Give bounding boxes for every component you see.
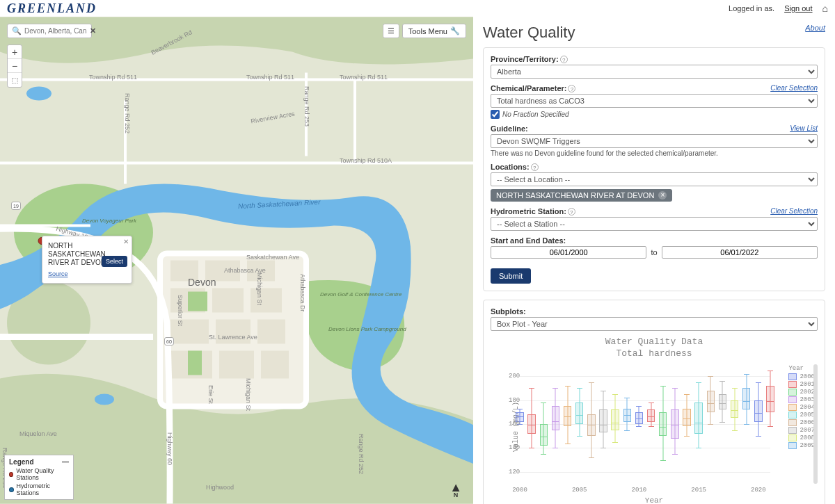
popup-source-link[interactable]: Source — [48, 270, 68, 277]
clear-search-icon[interactable]: ✕ — [90, 26, 96, 35]
location-select[interactable]: -- Select a Location -- — [491, 172, 818, 186]
tools-menu-button[interactable]: Tools Menu 🔧 — [402, 24, 466, 38]
svg-point-5 — [95, 394, 114, 405]
home-icon[interactable]: ⌂ — [822, 3, 828, 14]
view-list-link[interactable]: View List — [790, 124, 818, 132]
date-to: to — [651, 248, 657, 257]
search-icon: 🔍 — [12, 26, 22, 35]
province-label: Province/Territory: — [491, 55, 559, 63]
logged-in-text: Logged in as. — [729, 4, 774, 13]
sign-out-link[interactable]: Sign out — [784, 4, 812, 13]
map-legend: Legend— Water Quality Stations Hydrometr… — [4, 455, 74, 500]
svg-rect-12 — [250, 288, 282, 313]
remove-chip-icon[interactable]: × — [658, 191, 667, 200]
road-label: Township Rd 510A — [340, 157, 392, 164]
chart-panel: Subplots: Box Plot - Year Water Quality … — [483, 300, 825, 504]
subplots-select[interactable]: Box Plot - Year — [491, 317, 818, 331]
guideline-note: There was no Devon guideline found for t… — [491, 149, 818, 157]
submit-button[interactable]: Submit — [491, 268, 531, 284]
road-label: Saskatchewan Ave — [246, 254, 299, 261]
road-label: St. Lawrence Ave — [209, 334, 257, 341]
svg-rect-18 — [261, 351, 289, 379]
wrench-icon: 🔧 — [450, 26, 460, 35]
map-pane[interactable]: Township Rd 511 Township Rd 511 Township… — [0, 17, 473, 504]
road-label: Athabasca Dr — [299, 274, 306, 312]
legend-item-hy: Hydrometric Stations — [9, 482, 69, 496]
x-axis-label: Year — [645, 496, 663, 504]
about-link[interactable]: About — [805, 24, 825, 32]
top-right: Logged in as. Sign out ⌂ — [729, 3, 828, 14]
road-label: Michigan St — [256, 273, 263, 305]
page-title: Water Quality — [483, 24, 825, 42]
clear-hydro-link[interactable]: Clear Selection — [770, 207, 818, 215]
compass-icon: ▲N — [450, 484, 462, 498]
clear-chemical-link[interactable]: Clear Selection — [770, 84, 818, 92]
legend-item-wq: Water Quality Stations — [9, 467, 69, 481]
svg-rect-11 — [212, 288, 244, 313]
chemical-select[interactable]: Total hardness as CaCO3 — [491, 94, 818, 108]
road-label: Range Rd 252 — [358, 434, 365, 474]
zoom-in-button[interactable]: + — [8, 45, 22, 59]
help-icon[interactable]: ? — [568, 85, 575, 92]
road-label: Range Rd 253 — [303, 86, 310, 127]
blue-dot-icon — [9, 487, 14, 492]
road-label: Highwood — [206, 484, 234, 491]
highway-shield: 19 — [11, 202, 21, 210]
map-search[interactable]: 🔍 ✕ — [7, 24, 92, 38]
layers-icon: ☰ — [388, 26, 395, 35]
popup-select-button[interactable]: Select — [102, 256, 127, 267]
red-dot-icon — [9, 472, 13, 477]
search-input[interactable] — [24, 27, 87, 35]
road-label: Township Rd 511 — [246, 74, 294, 81]
zoom-control: + − ⬚ — [7, 44, 22, 88]
query-panel: Province/Territory:? Alberta Clear Selec… — [483, 47, 825, 291]
road-label: Township Rd 511 — [89, 74, 137, 81]
road-label: Range Rd 252 — [124, 93, 131, 133]
svg-rect-19 — [188, 292, 207, 311]
topbar: GREENLAND Logged in as. Sign out ⌂ — [0, 0, 835, 17]
chemical-label: Chemical/Parameter: — [491, 84, 566, 92]
svg-rect-20 — [188, 351, 202, 375]
road-label: Michigan St — [245, 378, 252, 411]
poi-label: Devon Voyageur Park — [82, 218, 136, 225]
boxplot-chart[interactable]: Water Quality DataTotal hardness Value (… — [491, 336, 818, 504]
legend-title: Legend — [9, 458, 34, 466]
chart-legend: Year200020012002200320042005200620072008… — [788, 364, 815, 450]
locations-label: Locations: — [491, 163, 530, 171]
close-icon[interactable]: ✕ — [123, 238, 129, 245]
zoom-out-button[interactable]: − — [8, 59, 22, 73]
svg-rect-17 — [219, 351, 254, 379]
help-icon[interactable]: ? — [568, 208, 575, 216]
road-label: Superior St — [177, 295, 184, 326]
road-label: Miquelon Ave — [19, 430, 57, 437]
collapse-icon[interactable]: — — [62, 458, 69, 466]
road-label: Erie St — [207, 385, 214, 404]
location-chip: NORTH SASKATCHEWAN RIVER AT DEVON× — [491, 189, 672, 202]
no-fraction-check[interactable]: No Fraction Specified — [491, 110, 818, 119]
layers-button[interactable]: ☰ — [383, 24, 399, 38]
end-date-input[interactable] — [662, 246, 818, 259]
dates-label: Start and End Dates: — [491, 236, 566, 245]
start-date-input[interactable] — [491, 246, 646, 259]
svg-rect-15 — [257, 320, 285, 344]
subplots-label: Subplots: — [491, 307, 526, 316]
province-select[interactable]: Alberta — [491, 65, 818, 79]
poi-label: Devon Lions Park Campground — [328, 327, 384, 333]
tools-menu-group: ☰ Tools Menu 🔧 — [383, 24, 466, 38]
highway-shield: 60 — [164, 337, 174, 346]
help-icon[interactable]: ? — [531, 163, 539, 171]
side-panel: About Water Quality Province/Territory:?… — [473, 17, 835, 504]
zoom-fit-button[interactable]: ⬚ — [8, 73, 22, 87]
help-icon[interactable]: ? — [560, 56, 568, 63]
hydro-label: Hydrometric Station: — [491, 207, 566, 216]
poi-label: Devon Golf & Conference Centre — [320, 292, 376, 298]
chart-scroll[interactable] — [813, 364, 818, 484]
guideline-label: Guideline: — [491, 124, 528, 133]
hydro-select[interactable]: -- Select a Station -- — [491, 217, 818, 231]
guideline-select[interactable]: Devon SWQMF Triggers — [491, 134, 818, 148]
road-label: Highway 60 — [166, 432, 173, 465]
city-label: Devon — [188, 277, 216, 288]
road-label: Township Rd 511 — [340, 74, 388, 81]
brand-logo: GREENLAND — [7, 1, 97, 16]
station-popup: ✕ NORTH SASKATCHEWAN RIVER AT DEVON Sour… — [42, 236, 132, 284]
